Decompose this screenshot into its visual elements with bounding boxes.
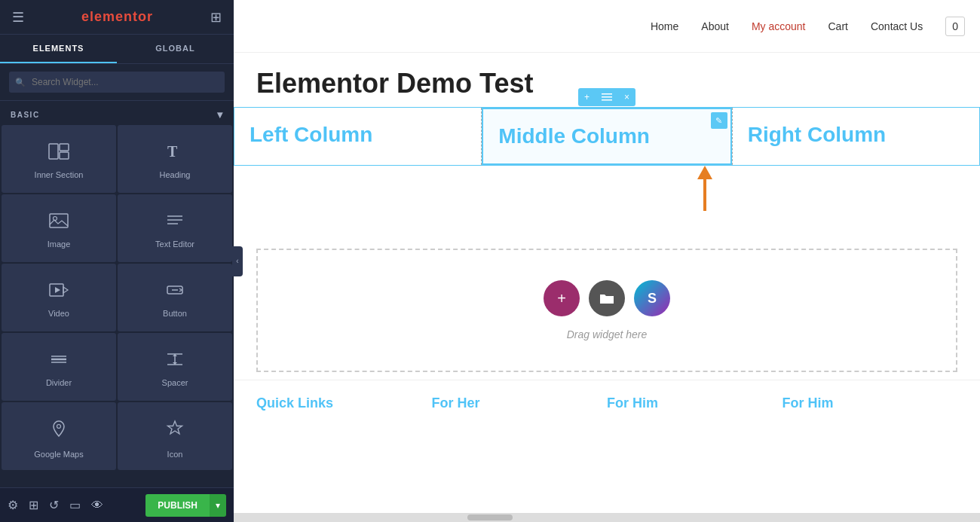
svg-rect-0 [49,144,58,159]
sidebar-logo: elementor [81,9,153,25]
spacer-icon [164,351,185,372]
collapse-icon[interactable]: ▾ [217,108,224,121]
widget-heading[interactable]: T Heading [118,125,232,193]
collapse-handle[interactable]: ‹ [232,246,243,276]
responsive-icon[interactable]: ▭ [69,498,81,512]
widget-image[interactable]: Image [2,194,116,262]
col-toolbar-add[interactable]: + [578,88,596,106]
history-icon[interactable]: ↺ [49,498,59,512]
arrow-svg [691,166,718,218]
search-input[interactable] [9,72,225,93]
bottom-scrollbar[interactable] [234,513,980,522]
footer-heading-2: For Her [432,395,480,411]
nav-cart[interactable]: Cart [828,20,848,32]
heading-icon: T [164,143,185,164]
page-content: Elementor Demo Test Left Column + [234,53,980,513]
cart-button[interactable]: 0 [945,17,965,36]
svg-rect-22 [602,96,612,98]
widget-button-label: Button [163,309,187,318]
columns-row: Left Column + × [234,107,980,166]
publish-label[interactable]: PUBLISH [145,494,210,517]
drop-arrow [691,166,718,218]
tab-elements[interactable]: ELEMENTS [0,35,117,63]
icon-widget-icon [164,418,185,444]
inner-section-icon [48,143,69,164]
sidebar: ☰ elementor ⊞ ELEMENTS GLOBAL BASIC ▾ [0,0,234,522]
settings-icon[interactable]: ⚙ [8,498,18,512]
text-editor-icon [164,212,185,234]
col-edit-btn[interactable]: ✎ [711,112,727,129]
widget-button[interactable]: Button [118,264,232,331]
tab-global[interactable]: GLOBAL [117,35,234,63]
widgets-grid: Inner Section T Heading [0,125,234,470]
bottom-icons: ⚙ ⊞ ↺ ▭ 👁 [8,498,103,512]
widget-divider-label: Divider [46,378,72,387]
svg-text:T: T [167,143,178,160]
drag-icons: + S [544,280,670,316]
preview-icon[interactable]: 👁 [91,499,103,512]
nav-myaccount[interactable]: My account [752,20,806,32]
drag-area: + S Drag widget here [256,249,957,372]
footer-col-4: For Him [782,395,958,411]
widget-heading-label: Heading [160,170,191,179]
widget-inner-section-label: Inner Section [35,170,84,179]
col-right[interactable]: Right Column [732,108,979,165]
widget-spacer[interactable]: Spacer [118,333,232,401]
image-icon [48,212,69,234]
widget-text-editor[interactable]: Text Editor [118,194,232,262]
button-icon [164,282,185,303]
google-maps-icon [48,418,69,444]
nav-about[interactable]: About [701,20,729,32]
widget-video-label: Video [48,309,69,318]
col-toolbar-close[interactable]: × [618,88,635,106]
svg-rect-1 [60,144,69,151]
sidebar-tabs: ELEMENTS GLOBAL [0,35,234,64]
publish-button[interactable]: PUBLISH ▾ [145,494,226,517]
svg-rect-23 [602,99,612,101]
col-middle[interactable]: + × ✎ Middle Column [482,108,731,165]
svg-point-20 [57,425,61,429]
sidebar-header: ☰ elementor ⊞ [0,0,234,35]
col-middle-heading: Middle Column [498,124,650,148]
divider-icon [48,351,69,372]
footer-heading-4: For Him [782,395,834,411]
footer-col-3: For Him [607,395,782,411]
widget-image-label: Image [47,240,71,249]
widget-video[interactable]: Video [2,264,116,331]
widget-divider[interactable]: Divider [2,333,116,401]
footer-col-2: For Her [432,395,608,411]
cart-count: 0 [952,20,958,32]
col-left[interactable]: Left Column [234,108,482,165]
grid-icon[interactable]: ⊞ [210,9,222,26]
plugin-btn[interactable]: S [634,280,670,316]
widget-inner-section[interactable]: Inner Section [2,125,116,193]
widget-icon[interactable]: Icon [118,402,232,470]
widget-google-maps-label: Google Maps [34,450,83,459]
drag-text: Drag widget here [567,328,648,340]
nav-home[interactable]: Home [651,20,678,32]
sidebar-search [0,64,234,101]
video-icon [48,282,69,303]
col-toolbar-move[interactable] [596,90,618,105]
template-btn[interactable] [589,280,625,316]
col-right-heading: Right Column [748,123,887,146]
nav-contact[interactable]: Contact Us [871,20,923,32]
site-nav: Home About My account Cart Contact Us 0 [234,0,980,53]
hamburger-icon[interactable]: ☰ [12,9,24,26]
canvas-area: Home About My account Cart Contact Us 0 … [234,0,980,522]
section-label: BASIC ▾ [0,101,234,125]
widget-icon-label: Icon [167,450,183,459]
publish-arrow[interactable]: ▾ [210,494,226,517]
footer-links: Quick Links For Her For Him For Him [234,380,980,426]
svg-marker-10 [63,287,68,293]
search-wrapper [9,72,225,93]
svg-rect-21 [602,93,612,95]
add-widget-btn[interactable]: + [544,280,580,316]
layers-icon[interactable]: ⊞ [29,498,38,512]
svg-rect-2 [60,152,69,159]
scrollbar-thumb[interactable] [467,514,513,520]
widget-spacer-label: Spacer [162,378,188,387]
widget-google-maps[interactable]: Google Maps [2,402,116,470]
col-toolbar: + × [578,88,635,106]
widget-text-editor-label: Text Editor [155,240,194,249]
